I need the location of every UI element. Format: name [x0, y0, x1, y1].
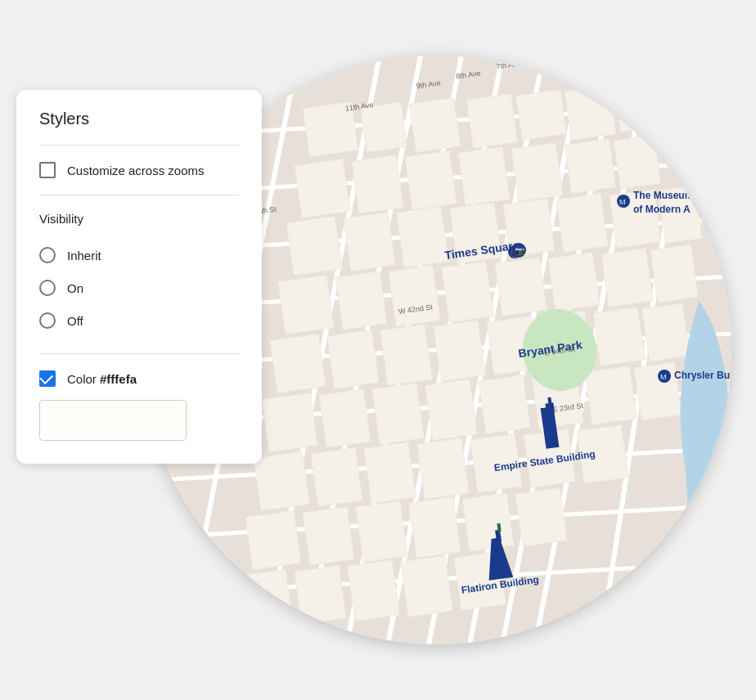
svg-rect-75	[356, 500, 408, 562]
divider-bottom	[39, 353, 239, 354]
divider-top	[39, 145, 239, 146]
svg-rect-80	[295, 565, 347, 624]
svg-rect-66	[254, 451, 309, 511]
color-swatch[interactable]	[39, 400, 187, 441]
visibility-title: Visibility	[39, 212, 239, 226]
color-row[interactable]: Color #fffefa	[39, 370, 239, 387]
svg-rect-34	[286, 216, 342, 276]
scene: 11th Ave 9th Ave 8th Ave 7th Ave 6th Ave…	[0, 0, 756, 700]
svg-text:📷: 📷	[515, 245, 525, 256]
svg-rect-36	[397, 206, 449, 267]
svg-rect-57	[642, 303, 691, 361]
svg-rect-28	[352, 155, 404, 213]
svg-rect-44	[389, 265, 441, 326]
svg-rect-68	[364, 442, 416, 503]
svg-rect-77	[462, 492, 515, 551]
svg-rect-58	[262, 393, 317, 452]
svg-rect-59	[319, 388, 371, 447]
color-label: Color #fffefa	[67, 372, 137, 386]
radio-off-label: Off	[67, 314, 83, 328]
svg-rect-73	[245, 510, 301, 570]
radio-off[interactable]: Off	[39, 304, 239, 337]
svg-text:1st Ave: 1st Ave	[660, 56, 685, 68]
svg-rect-25	[565, 85, 616, 140]
svg-rect-78	[515, 487, 568, 546]
svg-rect-69	[417, 438, 470, 499]
svg-rect-48	[601, 248, 654, 307]
svg-rect-33	[614, 135, 661, 189]
stylers-panel: Stylers Customize across zooms Visibilit…	[16, 90, 262, 464]
svg-text:of Modern A: of Modern A	[633, 204, 691, 215]
svg-rect-64	[585, 366, 637, 424]
customize-zoom-checkbox[interactable]	[39, 162, 56, 178]
svg-rect-56	[593, 307, 646, 366]
color-value: #fffefa	[100, 372, 137, 386]
svg-text:6th Ave: 6th Ave	[528, 56, 553, 62]
svg-rect-46	[495, 257, 547, 316]
svg-text:M: M	[660, 373, 667, 381]
svg-rect-76	[409, 496, 461, 558]
radio-off-button[interactable]	[39, 312, 56, 329]
svg-rect-42	[278, 275, 334, 334]
svg-rect-31	[511, 142, 564, 201]
svg-rect-60	[372, 383, 425, 444]
svg-rect-61	[425, 379, 478, 440]
svg-rect-52	[380, 324, 433, 385]
color-swatch-container	[39, 400, 239, 441]
svg-rect-21	[360, 102, 407, 152]
svg-rect-23	[466, 93, 518, 148]
svg-rect-82	[401, 555, 453, 617]
radio-on-label: On	[67, 281, 83, 295]
svg-rect-43	[335, 271, 388, 330]
svg-rect-22	[409, 97, 461, 152]
svg-rect-32	[565, 138, 616, 193]
svg-rect-49	[650, 245, 699, 303]
svg-rect-26	[614, 82, 660, 132]
svg-rect-29	[405, 150, 457, 209]
svg-rect-50	[270, 334, 326, 393]
svg-rect-62	[479, 375, 531, 433]
svg-rect-27	[295, 159, 350, 218]
svg-rect-51	[327, 330, 380, 388]
svg-rect-47	[548, 252, 601, 311]
radio-on-button[interactable]	[39, 280, 56, 296]
customize-zoom-row[interactable]: Customize across zooms	[39, 162, 239, 178]
svg-rect-81	[348, 559, 400, 621]
svg-rect-30	[458, 146, 511, 205]
radio-inherit-label: Inherit	[67, 249, 101, 262]
svg-text:M: M	[619, 198, 626, 206]
svg-text:The Museum: The Museum	[633, 190, 693, 201]
radio-inherit[interactable]: Inherit	[39, 239, 239, 271]
svg-text:Chrysler Building: Chrysler Building	[674, 370, 731, 381]
visibility-radio-group: Inherit On Off	[39, 239, 239, 337]
radio-on[interactable]: On	[39, 271, 239, 304]
svg-rect-39	[556, 193, 609, 252]
customize-zoom-label: Customize across zooms	[67, 164, 205, 177]
svg-rect-53	[434, 320, 486, 381]
svg-rect-79	[237, 569, 293, 629]
color-checkbox[interactable]	[39, 370, 56, 387]
radio-inherit-button[interactable]	[39, 247, 56, 263]
divider-mid	[39, 195, 239, 195]
svg-rect-24	[516, 89, 567, 140]
panel-title: Stylers	[39, 110, 239, 128]
svg-rect-67	[311, 447, 363, 506]
svg-rect-74	[303, 506, 355, 565]
svg-rect-45	[442, 261, 494, 322]
svg-rect-35	[344, 212, 396, 271]
